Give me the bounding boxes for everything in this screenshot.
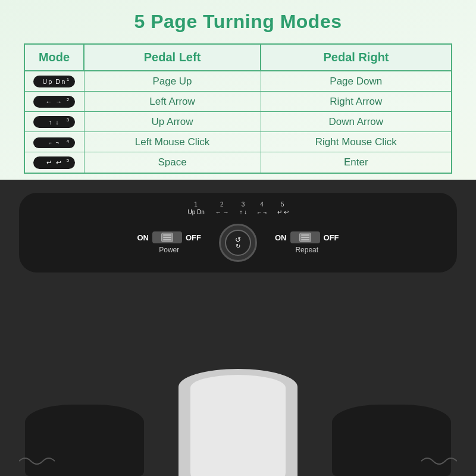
mode1-icons: Up Dn <box>187 209 204 215</box>
table-row: 5 ↵ ↩ Space Enter <box>24 152 452 174</box>
repeat-off-label: OFF <box>324 233 339 242</box>
dial-container: ↺ ↻ <box>219 224 257 262</box>
top-section: 5 Page Turning Modes Mode Pedal Left Ped… <box>0 0 476 180</box>
pedal-left-4: Left Mouse Click <box>84 132 261 152</box>
pedal-area <box>19 278 457 476</box>
wavy-left-icon <box>19 452 55 470</box>
mode-icon-cell-3: 3 ↑ ↓ <box>24 112 84 132</box>
repeat-switch-group: ON OFF Repeat <box>275 231 339 254</box>
mode-icon-cell-1: 1 Up Dn <box>24 71 84 92</box>
power-on-label: ON <box>137 233 149 242</box>
mode-item-5: 5 ↵ ↩ <box>277 201 289 215</box>
mode-dial[interactable]: ↺ ↻ <box>219 224 257 262</box>
mode-badge-1: 1 Up Dn <box>33 76 75 87</box>
power-switch-row: ON OFF <box>137 231 202 243</box>
mode5-icons: ↵ ↩ <box>277 209 289 215</box>
mode3-icons: ↑ ↓ <box>240 209 248 215</box>
mode-icon-cell-5: 5 ↵ ↩ <box>24 152 84 174</box>
table-row: 2 ← → Left Arrow Right Arrow <box>24 92 452 112</box>
pedal-left-3: Up Arrow <box>84 112 261 132</box>
mode-badge-4: 4 ⌐ ¬ <box>33 137 75 148</box>
repeat-slider[interactable] <box>290 231 320 243</box>
mode-strip: 1 Up Dn 2 ← → 3 ↑ ↓ 4 ⌐ ¬ <box>187 201 288 215</box>
power-off-label: OFF <box>186 233 201 242</box>
pedal-right-3: Down Arrow <box>261 112 452 132</box>
pedal-right-1: Page Down <box>261 71 452 92</box>
power-switch-group: ON OFF Power <box>137 231 202 254</box>
col-header-pedal-right: Pedal Right <box>261 44 452 71</box>
page-title: 5 Page Turning Modes <box>134 11 342 33</box>
device-top-panel: 1 Up Dn 2 ← → 3 ↑ ↓ 4 ⌐ ¬ <box>19 193 457 273</box>
table-row: 1 Up Dn Page Up Page Down <box>24 71 452 92</box>
pedal-right-2: Right Arrow <box>261 92 452 112</box>
mode-icon-cell-4: 4 ⌐ ¬ <box>24 132 84 152</box>
col-header-pedal-left: Pedal Left <box>84 44 261 71</box>
mode-badge-5: 5 ↵ ↩ <box>33 156 75 169</box>
mode-item-3: 3 ↑ ↓ <box>240 201 248 215</box>
mode4-icons: ⌐ ¬ <box>258 209 266 215</box>
table-row: 4 ⌐ ¬ Left Mouse Click Right Mouse Click <box>24 132 452 152</box>
center-connector <box>178 369 298 476</box>
mode-item-1: 1 Up Dn <box>187 201 204 215</box>
mode-item-4: 4 ⌐ ¬ <box>258 201 266 215</box>
repeat-switch-row: ON OFF <box>275 231 339 243</box>
mode-badge-2: 2 ← → <box>33 96 75 108</box>
modes-table: Mode Pedal Left Pedal Right 1 Up Dn Pag <box>24 43 452 174</box>
mode2-icons: ← → <box>215 209 229 215</box>
mode-item-2: 2 ← → <box>215 201 229 215</box>
pedal-right-4: Right Mouse Click <box>261 132 452 152</box>
pedal-right-5: Enter <box>261 152 452 174</box>
wavy-right-icon <box>421 452 457 470</box>
pedal-left-2: Left Arrow <box>84 92 261 112</box>
pedal-left-5: Space <box>84 152 261 174</box>
table-row: 3 ↑ ↓ Up Arrow Down Arrow <box>24 112 452 132</box>
controls-row: ON OFF Power <box>37 224 439 262</box>
pedal-left-assembly <box>25 381 144 476</box>
mode-badge-3: 3 ↑ ↓ <box>33 116 75 128</box>
pedal-left-1: Page Up <box>84 71 261 92</box>
col-header-mode: Mode <box>24 44 84 71</box>
pedal-right-assembly <box>332 381 451 476</box>
power-caption: Power <box>159 246 179 254</box>
repeat-caption: Repeat <box>295 246 318 254</box>
repeat-on-label: ON <box>275 233 287 242</box>
power-slider[interactable] <box>152 231 182 243</box>
device-section: 1 Up Dn 2 ← → 3 ↑ ↓ 4 ⌐ ¬ <box>0 180 476 476</box>
mode-icon-cell-2: 2 ← → <box>24 92 84 112</box>
